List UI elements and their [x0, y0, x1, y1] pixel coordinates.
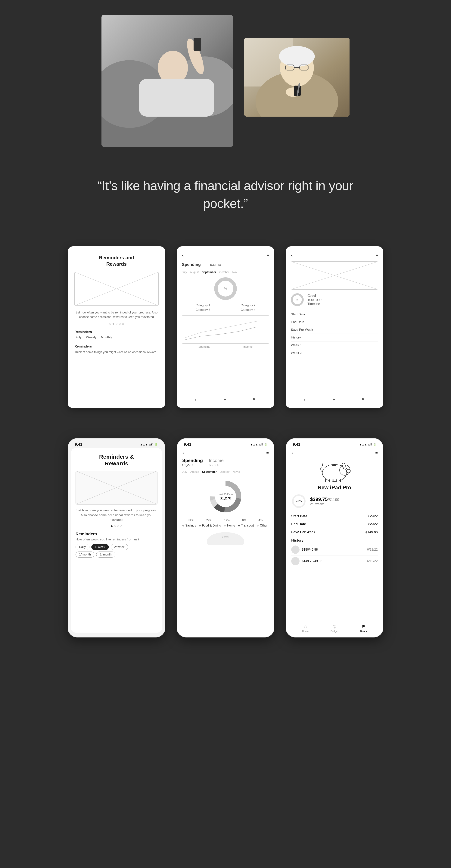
- p2-august[interactable]: August: [190, 470, 199, 474]
- wf1-image: [74, 272, 159, 306]
- svg-point-14: [279, 46, 315, 67]
- wifi-icon: wifi: [149, 443, 153, 446]
- wf2-tabs: Spending Income: [182, 262, 269, 268]
- p2-september[interactable]: September: [202, 470, 217, 474]
- wf2-cat2: Category 2: [227, 304, 269, 307]
- phone2-income-tab[interactable]: Income $6,536: [209, 458, 224, 467]
- spw-value: $149.88: [365, 530, 378, 534]
- wf2-donut: %: [214, 277, 237, 300]
- phone2-signal: ▲▲▲: [250, 443, 258, 446]
- wf2-tab-income[interactable]: Income: [207, 262, 221, 268]
- phone1-reminders-label: Reminders: [75, 532, 158, 536]
- wf3-timeline-label: Timeline: [308, 302, 322, 306]
- wf2-tab-spending[interactable]: Spending: [182, 262, 201, 268]
- svg-point-35: [207, 532, 244, 545]
- wf3-nav-home[interactable]: ⌂: [304, 397, 307, 402]
- wf3-back-icon[interactable]: ‹: [291, 252, 293, 258]
- phone3-field-start: Start Date 6/5/22: [291, 513, 378, 520]
- phone3-status-icons: ▲▲▲ wifi 🔋: [359, 443, 376, 446]
- btn-2week[interactable]: 2/ week: [111, 544, 128, 550]
- start-value: 6/5/22: [368, 514, 378, 518]
- phone3-menu[interactable]: ≡: [375, 450, 378, 455]
- phone3-time: 9:41: [293, 442, 300, 446]
- svg-rect-6: [139, 79, 214, 117]
- wireframes-section: Reminders and Rewards Set how often you …: [0, 243, 451, 434]
- phone3-nav-goals[interactable]: ⚑ Goals: [360, 624, 367, 632]
- wf1-placeholder-svg: [74, 272, 158, 306]
- dot-5: [122, 323, 124, 325]
- wf3-nav-add[interactable]: +: [333, 397, 335, 402]
- month-october[interactable]: October: [219, 270, 229, 274]
- wf3-fields: Start Date End Date Save Per Week Histor…: [291, 311, 378, 357]
- wf3-menu-icon[interactable]: ≡: [376, 252, 378, 258]
- phone2-income-label: Income: [209, 458, 224, 463]
- btn-1month[interactable]: 1/ month: [75, 552, 94, 558]
- p2-october[interactable]: October: [220, 470, 230, 474]
- month-july[interactable]: July: [182, 270, 187, 274]
- phone2-spending-amount: $1,270: [182, 463, 203, 467]
- phone2-back[interactable]: ‹: [182, 450, 184, 456]
- pdot-4: [121, 525, 122, 527]
- wf3-nav-flag[interactable]: ⚑: [361, 397, 365, 402]
- btn-1week[interactable]: 1/ week: [91, 544, 109, 550]
- signal-icon: ▲▲▲: [140, 443, 148, 446]
- wf1-opt-weekly[interactable]: Weekly: [86, 336, 96, 339]
- wf2-menu-icon[interactable]: ≡: [267, 252, 269, 258]
- phone3-nav-budget[interactable]: ◎ Budget: [330, 624, 338, 632]
- phone3-back[interactable]: ‹: [291, 450, 293, 456]
- phone2-status-icons: ▲▲▲ wifi 🔋: [250, 443, 267, 446]
- phone2-spending-tab[interactable]: Spending $1,270: [182, 458, 203, 467]
- phone3-pig-icon: [291, 458, 378, 482]
- phone3-history-row-1: $150/49.88 6/12/22: [291, 544, 378, 556]
- hero-section: [0, 0, 451, 158]
- legend-transport: Transport: [238, 524, 254, 527]
- phone2-donut-amount: $1,270: [218, 496, 233, 500]
- wf1-opt-daily[interactable]: Daily: [74, 336, 82, 339]
- history-date-2: 6/19/22: [367, 559, 378, 563]
- wf1-opt-monthly[interactable]: Monthly: [101, 336, 112, 339]
- wf2-nav-flag[interactable]: ⚑: [252, 397, 256, 402]
- pct-24: 24%: [206, 519, 212, 522]
- wf2-nav-home[interactable]: ⌂: [195, 397, 197, 402]
- phone1-body: Set how often you want to be reminded of…: [75, 508, 158, 522]
- wf3-goal-row: % Goal 100/1000 Timeline: [291, 293, 378, 306]
- month-september[interactable]: September: [202, 270, 216, 274]
- budget-bottom-label: Budget: [330, 630, 338, 632]
- quote-text: “It’s like having a financial advisor ri…: [94, 177, 357, 213]
- wf3-image: [291, 261, 378, 289]
- phone3-weeks: 2/8 weeks: [310, 502, 339, 506]
- end-value: 8/5/22: [368, 522, 378, 526]
- wf3-placeholder-svg: [291, 261, 378, 289]
- phone3-status: 9:41 ▲▲▲ wifi 🔋: [286, 438, 383, 448]
- legend-home: Home: [224, 524, 235, 527]
- btn-2month[interactable]: 2/ month: [96, 552, 115, 558]
- phone1-buttons-row1: Daily 1/ week 2/ week: [75, 544, 158, 550]
- phone3-nav-home[interactable]: ⌂ Home: [302, 624, 309, 632]
- month-august[interactable]: August: [190, 270, 199, 274]
- phone2-time: 9:41: [184, 442, 191, 446]
- end-label: End Date: [291, 522, 306, 526]
- pct-12: 12%: [224, 519, 230, 522]
- phone3-price-current: $299.75: [310, 496, 328, 502]
- wf2-back-icon[interactable]: ‹: [182, 252, 184, 258]
- btn-daily[interactable]: Daily: [75, 544, 90, 550]
- month-nov[interactable]: Nov: [232, 270, 237, 274]
- history-icon-2: [291, 557, 299, 565]
- p2-never[interactable]: Never: [233, 470, 240, 474]
- phone3-progress-circle: 25%: [291, 494, 306, 509]
- wf2-nav-add[interactable]: +: [224, 397, 226, 402]
- phone1-image: [75, 471, 158, 504]
- svg-point-38: [340, 465, 350, 475]
- phone2-menu[interactable]: ≡: [266, 450, 269, 455]
- phone3-field-end: End Date 8/5/22: [291, 520, 378, 528]
- legend-other: Other: [257, 524, 267, 527]
- wf3-field-end: End Date: [291, 318, 378, 326]
- phone2-income-amount: $6,536: [209, 463, 224, 467]
- wf2-chart-labels: Spending Income: [182, 345, 269, 348]
- phone2-wifi: wifi: [259, 443, 263, 446]
- goals-bottom-label: Goals: [360, 630, 367, 632]
- wf2-categories: Category 1 Category 2 Category 3 Categor…: [182, 304, 269, 312]
- real-phone-2: 9:41 ▲▲▲ wifi 🔋 ‹ ≡ Spending $1,270 Inco…: [176, 438, 275, 638]
- p2-july[interactable]: July: [182, 470, 187, 474]
- wf3-field-save: Save Per Week: [291, 326, 378, 334]
